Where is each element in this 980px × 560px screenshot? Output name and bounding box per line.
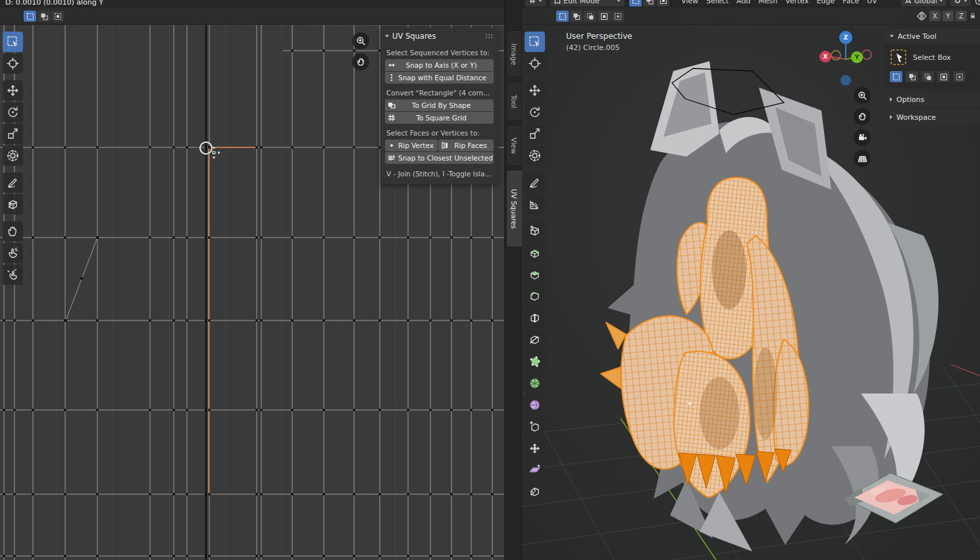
menu-mesh[interactable]: Mesh (754, 0, 781, 5)
tab-tool[interactable]: Tool (506, 82, 522, 121)
cursor-tool[interactable] (3, 53, 23, 74)
snap-equal-distance-button[interactable]: Snap with Equal Distance (385, 72, 494, 84)
gizmo-x-axis[interactable]: X (819, 51, 831, 63)
pinch-tool[interactable] (3, 265, 23, 285)
shrink-fatten-tool[interactable] (525, 438, 545, 459)
editor-type-button[interactable] (525, 0, 546, 7)
proportional-editing-icon[interactable] (975, 0, 980, 5)
camera-view-icon[interactable] (854, 129, 871, 146)
mesh-select-mode-vertex[interactable] (629, 0, 642, 7)
select-mode-extend[interactable] (570, 11, 582, 22)
menu-select[interactable]: Select (702, 0, 733, 5)
options-panel-header[interactable]: Options (885, 92, 980, 107)
select-mode-subtract[interactable] (584, 11, 596, 22)
zoom-icon[interactable] (854, 87, 871, 104)
to-grid-by-shape-button[interactable]: To Grid By Shape (385, 99, 494, 111)
gizmo-axis-neg[interactable] (862, 50, 871, 59)
select-mode-extend[interactable] (906, 71, 918, 82)
tab-image[interactable]: Image (506, 30, 522, 78)
active-tool-panel-body: Select Box (885, 43, 980, 88)
add-cube-tool[interactable] (525, 221, 545, 242)
uv-select-mode-face[interactable] (51, 11, 64, 22)
uv-select-mode-vertex[interactable] (24, 11, 36, 22)
move-tool[interactable] (3, 80, 23, 101)
workspace-panel-header[interactable]: Workspace (885, 110, 980, 124)
select-mode-invert[interactable] (937, 71, 950, 82)
transform-orientation-select[interactable]: Global (901, 0, 946, 7)
uv-squares-panel-header[interactable]: UV Squares (380, 28, 498, 43)
select-box-tool[interactable] (3, 32, 23, 52)
menu-vertex[interactable]: Vertex (781, 0, 812, 5)
rip-region-tool[interactable] (525, 482, 545, 502)
annotate-tool[interactable] (525, 172, 545, 193)
mesh-select-mode-edge[interactable] (643, 0, 656, 7)
grab-tool[interactable] (3, 221, 23, 242)
loop-cut-tool[interactable] (525, 308, 545, 328)
rip-faces-button[interactable]: Rip Faces (438, 140, 494, 151)
active-tool-panel-header[interactable]: Active Tool (885, 29, 980, 43)
spin-tool[interactable] (525, 373, 545, 394)
orthographic-toggle-icon[interactable] (854, 150, 871, 167)
mirror-x-button[interactable]: X (929, 11, 941, 21)
chevron-down-icon (964, 0, 967, 2)
gizmo-z-axis[interactable]: Z (839, 31, 852, 44)
scale-tool[interactable] (525, 124, 545, 144)
pan-hand-icon[interactable] (854, 108, 871, 125)
edge-slide-tool[interactable] (525, 417, 545, 437)
extrude-region-tool[interactable] (525, 243, 545, 263)
uv-squares-panel: UV Squares Select Sequenced Vertices to:… (380, 28, 498, 184)
gizmo-axis-neg-z[interactable] (840, 75, 851, 86)
inset-faces-tool[interactable] (525, 265, 545, 285)
rotate-tool[interactable] (3, 102, 23, 122)
transform-tool[interactable] (525, 145, 545, 166)
rip-region-tool[interactable] (3, 194, 23, 215)
mode-select[interactable]: Edit Mode (550, 0, 624, 7)
annotate-tool[interactable] (3, 172, 23, 193)
tab-view[interactable]: View (506, 125, 522, 166)
select-box-tool[interactable] (525, 32, 545, 52)
scale-tool[interactable] (3, 124, 23, 144)
mirror-y-button[interactable]: Y (942, 11, 954, 21)
menu-uv[interactable]: UV (863, 0, 881, 5)
relax-tool[interactable] (3, 243, 23, 263)
navigation-gizmo[interactable]: Z X Y (816, 30, 875, 89)
gizmo-y-axis[interactable]: Y (851, 51, 863, 63)
pan-hand-icon[interactable] (352, 53, 369, 70)
poly-build-tool[interactable] (525, 351, 545, 372)
knife-tool[interactable] (525, 330, 545, 350)
snap-to-axis-button[interactable]: Snap to Axis (X or Y) (385, 59, 494, 71)
smooth-tool[interactable] (525, 395, 545, 415)
menu-face[interactable]: Face (838, 0, 863, 5)
shear-tool[interactable] (525, 460, 545, 480)
menu-view[interactable]: View (677, 0, 702, 5)
rotate-tool[interactable] (525, 102, 545, 122)
tab-uv-squares[interactable]: UV Squares (506, 170, 522, 247)
snap-closest-unselected-button[interactable]: Snap to Closest Unselected (385, 152, 494, 164)
panel-title: UV Squares (392, 32, 436, 41)
viewport-toolbar (525, 32, 545, 502)
to-square-grid-button[interactable]: To Square Grid (385, 112, 494, 124)
select-mode-invert[interactable] (598, 11, 610, 22)
move-tool[interactable] (525, 80, 545, 101)
cursor-tool[interactable] (525, 53, 545, 74)
mirror-z-button[interactable]: Z (956, 11, 967, 21)
gizmo-axis-neg[interactable] (831, 51, 840, 60)
snapping-button[interactable] (950, 0, 971, 7)
lock-icon[interactable] (969, 11, 976, 20)
select-mode-new[interactable] (556, 11, 569, 22)
measure-tool[interactable] (525, 194, 545, 215)
transform-tool[interactable] (3, 145, 23, 166)
select-mode-new[interactable] (890, 71, 902, 82)
bevel-tool[interactable] (525, 286, 545, 307)
grip-dots-icon[interactable] (485, 34, 494, 39)
menu-edge[interactable]: Edge (813, 0, 839, 5)
select-mode-subtract[interactable] (921, 71, 934, 82)
section-label: Convert "Rectangle" (4 corn... (380, 84, 498, 99)
menu-add[interactable]: Add (733, 0, 754, 5)
select-mode-intersect[interactable] (953, 71, 966, 82)
uv-select-mode-edge[interactable] (38, 11, 50, 22)
mesh-select-mode-face[interactable] (657, 0, 669, 7)
rip-vertex-button[interactable]: Rip Vertex (385, 140, 438, 151)
zoom-icon[interactable] (352, 32, 369, 49)
select-mode-intersect[interactable] (611, 11, 624, 22)
